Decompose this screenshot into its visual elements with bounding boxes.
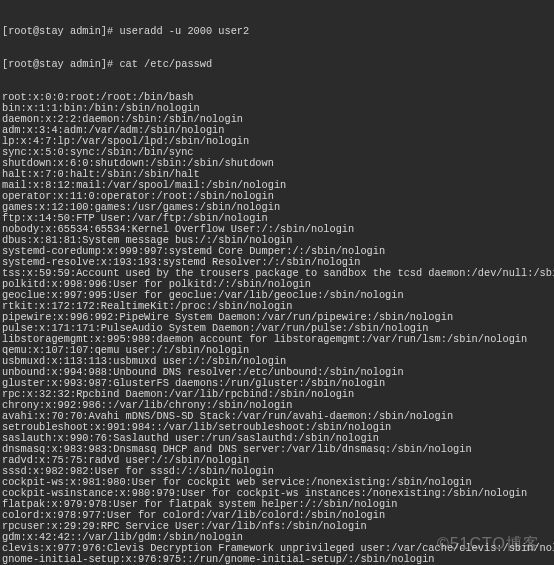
- command-text: cat /etc/passwd: [119, 58, 212, 70]
- command-line-1: [root@stay admin]# useradd -u 2000 user2: [2, 26, 552, 37]
- command-line-2: [root@stay admin]# cat /etc/passwd: [2, 59, 552, 70]
- shell-prompt: [root@stay admin]#: [2, 25, 119, 37]
- shell-prompt: [root@stay admin]#: [2, 58, 119, 70]
- command-text: useradd -u 2000 user2: [119, 25, 249, 37]
- terminal-window[interactable]: [root@stay admin]# useradd -u 2000 user2…: [0, 0, 554, 565]
